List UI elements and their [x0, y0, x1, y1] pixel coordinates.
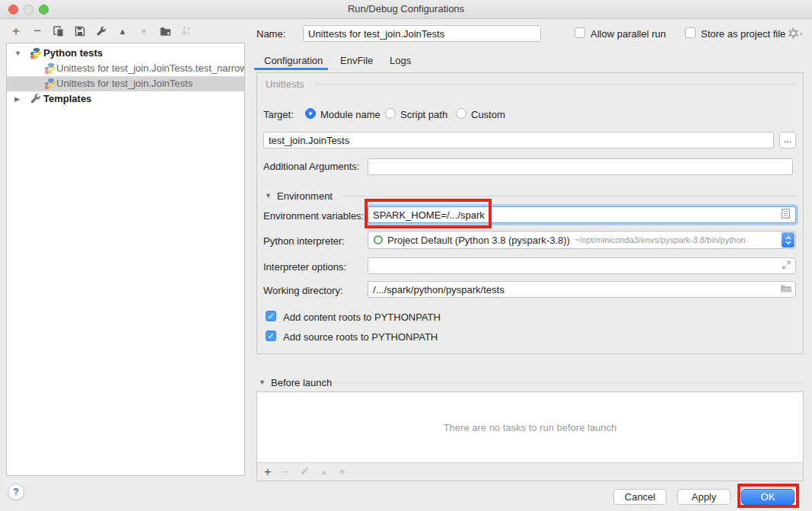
tree-item-unittests-jointests-selected[interactable]: Unittests for test_join.JoinTests: [7, 76, 244, 91]
target-module-name-radio[interactable]: [305, 108, 316, 119]
edit-task-icon[interactable]: [300, 466, 310, 478]
tree-item-label: Templates: [43, 91, 91, 107]
before-launch-group-label: Before launch: [271, 377, 332, 388]
python-test-icon: [44, 62, 56, 75]
add-configuration-icon[interactable]: +: [9, 24, 23, 38]
tab-logs[interactable]: Logs: [390, 55, 411, 66]
expand-arrow-icon[interactable]: ▶: [14, 91, 20, 107]
title-bar: Run/Debug Configurations: [0, 0, 812, 19]
add-task-icon[interactable]: +: [264, 465, 271, 479]
interpreter-options-input[interactable]: [368, 257, 796, 274]
store-as-project-file-label: Store as project file: [701, 28, 785, 40]
target-module-name-label: Module name: [320, 109, 381, 120]
target-script-path-label: Script path: [400, 109, 447, 120]
environment-variables-label: Environment variables:: [263, 210, 364, 222]
group-divider: [341, 196, 795, 196]
move-task-down-icon[interactable]: ▼: [339, 468, 346, 476]
browse-module-button[interactable]: ...: [779, 132, 796, 149]
edit-variables-icon[interactable]: [782, 209, 790, 221]
before-launch-toolbar: + − ▲ ▼: [257, 462, 803, 481]
edit-templates-icon[interactable]: [94, 24, 108, 38]
tree-item-label: Unittests for test_join.JoinTests: [56, 76, 193, 91]
cancel-button[interactable]: Cancel: [613, 489, 667, 505]
remove-task-icon[interactable]: −: [282, 465, 288, 479]
new-folder-icon[interactable]: [158, 24, 172, 38]
unittests-group-label: Unittests: [266, 78, 304, 90]
apply-button[interactable]: Apply: [677, 489, 731, 505]
add-source-roots-checkbox[interactable]: ✓: [266, 331, 276, 341]
python-test-icon: [44, 78, 56, 90]
move-up-icon[interactable]: ▲: [116, 24, 129, 38]
module-name-input[interactable]: [263, 132, 774, 149]
window-title: Run/Debug Configurations: [0, 3, 812, 14]
tab-configuration[interactable]: Configuration: [264, 55, 323, 66]
gear-dropdown-caret-icon: ▾: [800, 31, 803, 37]
configurations-tree: ▼ Python tests Unittests for test_join.J…: [6, 43, 245, 476]
move-down-icon[interactable]: ▼: [137, 24, 151, 38]
move-task-up-icon[interactable]: ▲: [320, 468, 328, 476]
configurations-toolbar: + − ▲ ▼ az: [9, 24, 193, 39]
group-divider: [315, 84, 795, 85]
before-launch-panel: There are no tasks to run before launch …: [256, 391, 804, 481]
svg-text:a: a: [187, 26, 190, 30]
interpreter-dropdown-stepper-icon[interactable]: [782, 232, 794, 248]
svg-text:z: z: [187, 31, 189, 36]
ok-button[interactable]: OK: [741, 489, 794, 505]
interpreter-value: Project Default (Python 3.8 (pyspark-3.8…: [387, 235, 570, 246]
tree-item-python-tests[interactable]: ▼ Python tests: [7, 46, 244, 61]
add-content-roots-checkbox[interactable]: ✓: [266, 311, 276, 321]
tree-item-unittests-test-narrow[interactable]: Unittests for test_join.JoinTests.test_n…: [7, 61, 244, 76]
templates-wrench-icon: [30, 93, 42, 105]
allow-parallel-run-checkbox[interactable]: [575, 27, 585, 38]
name-input[interactable]: [303, 25, 541, 42]
name-label: Name:: [256, 28, 285, 40]
collapse-arrow-icon[interactable]: ▼: [14, 46, 21, 61]
interpreter-path: ~/opt/miniconda3/envs/pyspark-3.8/bin/py…: [575, 235, 746, 244]
python-interpreter-select[interactable]: Project Default (Python 3.8 (pyspark-3.8…: [368, 231, 796, 249]
sort-configurations-icon[interactable]: az: [180, 24, 193, 38]
tab-envfile[interactable]: EnvFile: [340, 55, 373, 66]
store-as-project-file-checkbox[interactable]: [685, 27, 696, 38]
additional-arguments-input[interactable]: [368, 158, 793, 175]
save-configuration-icon[interactable]: [73, 24, 87, 38]
interpreter-options-label: Interpreter options:: [263, 261, 346, 273]
target-custom-radio[interactable]: [456, 108, 467, 119]
tree-item-label: Unittests for test_join.JoinTests.test_n…: [56, 61, 244, 76]
target-script-path-radio[interactable]: [385, 108, 396, 119]
environment-collapse-icon[interactable]: ▼: [265, 192, 272, 200]
environment-group-label: Environment: [277, 190, 333, 202]
tree-item-templates[interactable]: ▶ Templates: [7, 91, 244, 107]
remove-configuration-icon[interactable]: −: [30, 24, 44, 38]
allow-parallel-run-label: Allow parallel run: [591, 28, 666, 40]
help-button[interactable]: ?: [8, 484, 24, 500]
active-tab-indicator: [254, 68, 328, 70]
gear-icon: [788, 27, 799, 41]
target-custom-label: Custom: [471, 109, 505, 120]
expand-field-icon[interactable]: [782, 260, 791, 272]
browse-folder-icon[interactable]: [780, 284, 791, 295]
tree-item-label: Python tests: [43, 46, 103, 61]
run-debug-configurations-dialog: Run/Debug Configurations + − ▲ ▼ az ▼ Py: [0, 0, 812, 511]
additional-arguments-label: Additional Arguments:: [263, 161, 359, 172]
store-options-gear-button[interactable]: ▾: [788, 27, 803, 41]
python-interpreter-label: Python interpreter:: [263, 235, 345, 247]
working-directory-label: Working directory:: [263, 285, 343, 296]
python-tests-icon: [30, 47, 42, 59]
environment-variables-input[interactable]: [368, 206, 796, 223]
add-content-roots-label: Add content roots to PYTHONPATH: [283, 311, 441, 323]
before-launch-empty-text: There are no tasks to run before launch: [257, 392, 803, 463]
before-launch-collapse-icon[interactable]: ▼: [259, 378, 266, 386]
target-label: Target:: [263, 109, 294, 120]
working-directory-input[interactable]: [368, 281, 796, 298]
group-divider: [335, 382, 803, 383]
copy-configuration-icon[interactable]: [52, 24, 65, 38]
conda-environment-icon: [374, 235, 383, 244]
add-source-roots-label: Add source roots to PYTHONPATH: [283, 331, 438, 343]
configuration-panel: Unittests Target: Module name Script pat…: [256, 72, 804, 354]
